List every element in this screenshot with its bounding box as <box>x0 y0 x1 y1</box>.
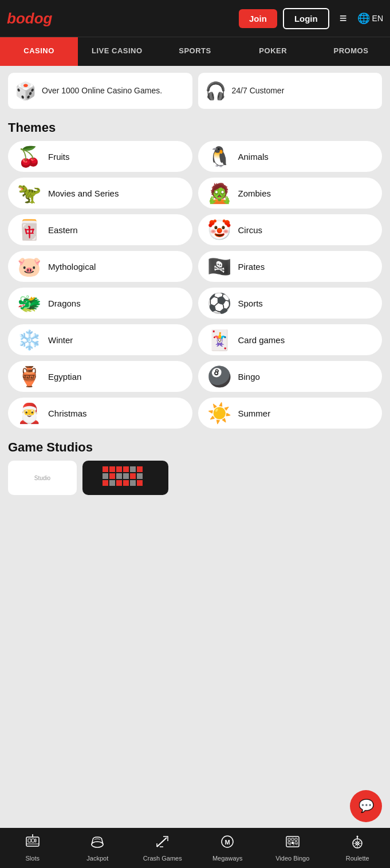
eastern-label: Eastern <box>48 225 78 235</box>
theme-egyptian[interactable]: 🏺 Egyptian <box>8 361 192 392</box>
themes-grid: 🍒 Fruits 🐧 Animals 🦖 Movies and Series 🧟… <box>0 141 390 434</box>
animals-label: Animals <box>238 152 269 162</box>
winter-icon: ❄️ <box>17 330 41 349</box>
join-button[interactable]: Join <box>239 9 277 28</box>
game-studios-section: Game Studios Studio <box>0 434 390 500</box>
info-text-games: Over 1000 Online Casino Games. <box>42 85 162 96</box>
theme-pirates[interactable]: 🏴‍☠️ Pirates <box>198 251 383 282</box>
svg-rect-3 <box>103 473 108 479</box>
svg-rect-9 <box>123 466 129 472</box>
animals-icon: 🐧 <box>207 147 231 166</box>
nav-item-sports[interactable]: SPORTS <box>156 37 234 66</box>
info-row: 🎲 Over 1000 Online Casino Games. 🎧 24/7 … <box>0 66 390 116</box>
fruits-label: Fruits <box>48 152 70 162</box>
dragons-icon: 🐲 <box>17 293 41 313</box>
theme-summer[interactable]: ☀️ Summer <box>198 398 383 429</box>
studio-card-1[interactable]: Studio <box>8 461 77 495</box>
theme-sports[interactable]: ⚽ Sports <box>198 288 383 319</box>
pirates-icon: 🏴‍☠️ <box>207 257 231 276</box>
sports-icon: ⚽ <box>207 293 231 313</box>
svg-rect-1 <box>109 466 115 472</box>
theme-winter[interactable]: ❄️ Winter <box>8 324 192 355</box>
svg-rect-8 <box>116 480 122 486</box>
summer-icon: ☀️ <box>207 403 231 423</box>
egyptian-label: Egyptian <box>48 372 81 382</box>
header: bodog Join Login ≡ 🌐 EN <box>0 0 390 37</box>
nav-item-poker[interactable]: POKER <box>234 37 312 66</box>
studio-logo-1: Studio <box>34 475 50 481</box>
language-label: EN <box>372 14 383 23</box>
theme-dragons[interactable]: 🐲 Dragons <box>8 288 192 319</box>
svg-rect-17 <box>137 480 143 486</box>
winter-label: Winter <box>48 335 73 345</box>
movies-icon: 🦖 <box>17 183 41 203</box>
eastern-icon: 🀄 <box>17 220 41 239</box>
studios-row: Studio <box>8 461 382 495</box>
logo: bodog <box>7 10 233 28</box>
svg-rect-6 <box>103 480 108 486</box>
theme-animals[interactable]: 🐧 Animals <box>198 141 383 172</box>
fruits-icon: 🍒 <box>17 147 41 166</box>
card-games-icon: 🃏 <box>207 330 231 349</box>
mythological-icon: 🐷 <box>17 257 41 276</box>
svg-rect-16 <box>130 480 136 486</box>
mythological-label: Mythological <box>48 262 96 272</box>
theme-circus[interactable]: 🤡 Circus <box>198 214 383 245</box>
svg-rect-7 <box>109 480 115 486</box>
movies-label: Movies and Series <box>48 188 119 198</box>
theme-card-games[interactable]: 🃏 Card games <box>198 324 383 355</box>
christmas-label: Christmas <box>48 409 87 418</box>
svg-rect-4 <box>109 473 115 479</box>
login-button[interactable]: Login <box>283 8 329 29</box>
theme-mythological[interactable]: 🐷 Mythological <box>8 251 192 282</box>
circus-label: Circus <box>238 225 263 235</box>
circus-icon: 🤡 <box>207 220 231 239</box>
game-studios-title: Game Studios <box>8 440 382 455</box>
dragons-label: Dragons <box>48 299 81 308</box>
svg-rect-11 <box>137 466 143 472</box>
dice-icon: 🎲 <box>15 81 36 101</box>
svg-rect-5 <box>116 473 122 479</box>
globe-icon: 🌐 <box>357 12 370 25</box>
svg-rect-10 <box>130 466 136 472</box>
svg-rect-14 <box>137 473 143 479</box>
svg-rect-15 <box>123 480 129 486</box>
theme-christmas[interactable]: 🎅 Christmas <box>8 398 192 429</box>
pirates-label: Pirates <box>238 262 265 272</box>
egyptian-icon: 🏺 <box>17 367 41 386</box>
svg-rect-12 <box>123 473 129 479</box>
card-games-label: Card games <box>238 335 285 345</box>
language-selector[interactable]: 🌐 EN <box>357 12 383 25</box>
theme-fruits[interactable]: 🍒 Fruits <box>8 141 192 172</box>
sports-label: Sports <box>238 299 263 308</box>
zombies-icon: 🧟 <box>207 183 231 203</box>
svg-rect-2 <box>116 466 122 472</box>
themes-title: Themes <box>0 116 390 141</box>
zombies-label: Zombies <box>238 188 271 198</box>
svg-rect-13 <box>130 473 136 479</box>
summer-label: Summer <box>238 409 271 418</box>
studio-pixel-logo <box>103 466 148 489</box>
main-nav: CASINO LIVE CASINO SPORTS POKER PROMOS <box>0 37 390 66</box>
bingo-icon: 🎱 <box>207 367 231 386</box>
svg-rect-0 <box>103 466 108 472</box>
nav-item-casino[interactable]: CASINO <box>0 37 78 66</box>
theme-eastern[interactable]: 🀄 Eastern <box>8 214 192 245</box>
nav-item-promos[interactable]: PROMOS <box>312 37 390 66</box>
christmas-icon: 🎅 <box>17 403 41 423</box>
info-text-support: 24/7 Customer <box>232 85 285 96</box>
info-card-games: 🎲 Over 1000 Online Casino Games. <box>8 73 192 109</box>
hamburger-icon[interactable]: ≡ <box>335 9 352 28</box>
nav-item-live-casino[interactable]: LIVE CASINO <box>78 37 156 66</box>
themes-section: Themes 🍒 Fruits 🐧 Animals 🦖 Movies and S… <box>0 116 390 434</box>
theme-bingo[interactable]: 🎱 Bingo <box>198 361 383 392</box>
bingo-label: Bingo <box>238 372 260 382</box>
theme-zombies[interactable]: 🧟 Zombies <box>198 178 383 209</box>
headset-icon: 🎧 <box>205 81 226 101</box>
studio-card-2[interactable] <box>82 461 168 495</box>
theme-movies[interactable]: 🦖 Movies and Series <box>8 178 192 209</box>
info-card-support: 🎧 24/7 Customer <box>198 73 383 109</box>
